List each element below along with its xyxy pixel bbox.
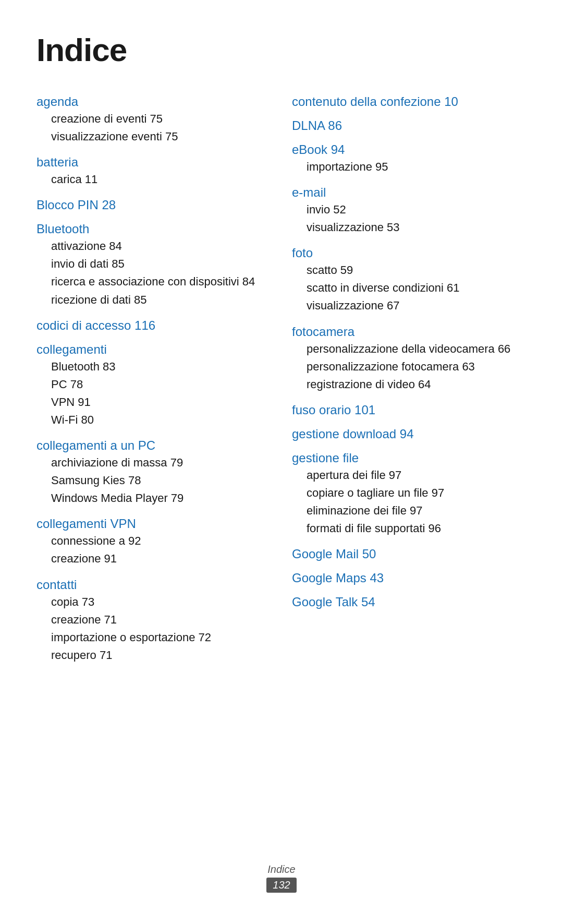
sub-entry: apertura dei file 97: [307, 466, 527, 484]
sub-entry: importazione o esportazione 72: [51, 629, 271, 646]
sub-entries: attivazione 84invio di dati 85ricerca e …: [51, 237, 271, 308]
sub-entry: copiare o tagliare un file 97: [307, 484, 527, 502]
sub-entry: archiviazione di massa 79: [51, 454, 271, 472]
sub-entry: personalizzazione fotocamera 63: [307, 358, 527, 376]
entry-heading: Blocco PIN 28: [36, 198, 271, 212]
index-entry: Google Talk 54: [292, 595, 527, 609]
sub-entry: scatto in diverse condizioni 61: [307, 279, 527, 297]
sub-entries: Bluetooth 83PC 78VPN 91Wi-Fi 80: [51, 358, 271, 429]
sub-entry: visualizzazione 67: [307, 297, 527, 315]
index-entry: codici di accesso 116: [36, 318, 271, 333]
sub-entry: formati di file supportati 96: [307, 520, 527, 537]
entry-heading: batteria: [36, 155, 271, 170]
entry-heading: collegamenti: [36, 342, 271, 357]
sub-entries: carica 11: [51, 171, 271, 188]
index-entry: Google Mail 50: [292, 547, 527, 561]
entry-heading: contatti: [36, 578, 271, 592]
index-entry: collegamentiBluetooth 83PC 78VPN 91Wi-Fi…: [36, 342, 271, 429]
entry-heading: fotocamera: [292, 325, 527, 339]
index-entry: Bluetoothattivazione 84invio di dati 85r…: [36, 222, 271, 308]
index-entry: fuso orario 101: [292, 403, 527, 417]
footer-label: Indice: [0, 863, 563, 875]
sub-entry: Windows Media Player 79: [51, 489, 271, 507]
sub-entries: connessione a 92creazione 91: [51, 532, 271, 568]
sub-entries: scatto 59scatto in diverse condizioni 61…: [307, 261, 527, 315]
sub-entry: visualizzazione 53: [307, 219, 527, 236]
index-entry: fotoscatto 59scatto in diverse condizion…: [292, 246, 527, 315]
sub-entries: archiviazione di massa 79Samsung Kies 78…: [51, 454, 271, 507]
sub-entry: attivazione 84: [51, 237, 271, 255]
sub-entry: carica 11: [51, 171, 271, 188]
sub-entry: connessione a 92: [51, 532, 271, 550]
sub-entries: invio 52visualizzazione 53: [307, 201, 527, 236]
entry-heading: foto: [292, 246, 527, 260]
entry-heading: agenda: [36, 94, 271, 109]
index-entry: collegamenti VPNconnessione a 92creazion…: [36, 517, 271, 568]
entry-heading: collegamenti a un PC: [36, 438, 271, 453]
entry-heading: DLNA 86: [292, 118, 527, 133]
sub-entry: ricerca e associazione con dispositivi 8…: [51, 273, 271, 291]
right-column: contenuto della confezione 10DLNA 86eBoo…: [292, 94, 527, 674]
index-entry: collegamenti a un PCarchiviazione di mas…: [36, 438, 271, 507]
entry-heading: Bluetooth: [36, 222, 271, 236]
entry-heading: Google Maps 43: [292, 571, 527, 585]
sub-entry: VPN 91: [51, 393, 271, 411]
sub-entry: PC 78: [51, 376, 271, 393]
left-column: agendacreazione di eventi 75visualizzazi…: [36, 94, 271, 674]
index-entry: batteriacarica 11: [36, 155, 271, 188]
sub-entry: invio 52: [307, 201, 527, 219]
sub-entry: ricezione di dati 85: [51, 291, 271, 309]
sub-entry: creazione di eventi 75: [51, 110, 271, 128]
sub-entry: registrazione di video 64: [307, 376, 527, 393]
index-columns: agendacreazione di eventi 75visualizzazi…: [36, 94, 527, 674]
entry-heading: gestione download 94: [292, 427, 527, 441]
index-entry: contatticopia 73creazione 71importazione…: [36, 578, 271, 664]
index-entry: agendacreazione di eventi 75visualizzazi…: [36, 94, 271, 146]
sub-entry: personalizzazione della videocamera 66: [307, 340, 527, 358]
entry-heading: contenuto della confezione 10: [292, 94, 527, 109]
footer-page: 132: [266, 878, 296, 893]
entry-heading: Google Mail 50: [292, 547, 527, 561]
sub-entry: Wi-Fi 80: [51, 411, 271, 429]
sub-entry: eliminazione dei file 97: [307, 502, 527, 520]
entry-heading: gestione file: [292, 451, 527, 465]
index-entry: Blocco PIN 28: [36, 198, 271, 212]
sub-entries: importazione 95: [307, 158, 527, 176]
index-entry: fotocamerapersonalizzazione della videoc…: [292, 325, 527, 393]
sub-entry: creazione 71: [51, 611, 271, 629]
sub-entry: invio di dati 85: [51, 255, 271, 273]
sub-entry: Samsung Kies 78: [51, 472, 271, 489]
index-entry: gestione download 94: [292, 427, 527, 441]
entry-heading: e-mail: [292, 185, 527, 200]
entry-heading: codici di accesso 116: [36, 318, 271, 333]
entry-heading: eBook 94: [292, 142, 527, 157]
sub-entries: apertura dei file 97copiare o tagliare u…: [307, 466, 527, 537]
entry-heading: collegamenti VPN: [36, 517, 271, 531]
sub-entry: scatto 59: [307, 261, 527, 279]
index-entry: gestione fileapertura dei file 97copiare…: [292, 451, 527, 537]
sub-entry: importazione 95: [307, 158, 527, 176]
sub-entry: visualizzazione eventi 75: [51, 128, 271, 146]
sub-entries: copia 73creazione 71importazione o espor…: [51, 593, 271, 664]
sub-entry: copia 73: [51, 593, 271, 611]
sub-entries: personalizzazione della videocamera 66pe…: [307, 340, 527, 393]
entry-heading: Google Talk 54: [292, 595, 527, 609]
entry-heading: fuso orario 101: [292, 403, 527, 417]
index-entry: contenuto della confezione 10: [292, 94, 527, 109]
footer: Indice 132: [0, 863, 563, 893]
index-entry: e-mailinvio 52visualizzazione 53: [292, 185, 527, 236]
page-title: Indice: [36, 31, 527, 68]
index-entry: eBook 94importazione 95: [292, 142, 527, 176]
sub-entry: Bluetooth 83: [51, 358, 271, 376]
sub-entry: recupero 71: [51, 646, 271, 664]
sub-entry: creazione 91: [51, 550, 271, 568]
sub-entries: creazione di eventi 75visualizzazione ev…: [51, 110, 271, 146]
index-entry: Google Maps 43: [292, 571, 527, 585]
index-entry: DLNA 86: [292, 118, 527, 133]
